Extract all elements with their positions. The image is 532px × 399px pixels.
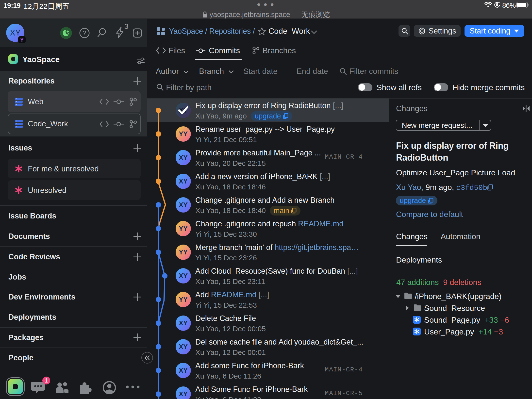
svg-text:?: ?	[83, 29, 86, 37]
